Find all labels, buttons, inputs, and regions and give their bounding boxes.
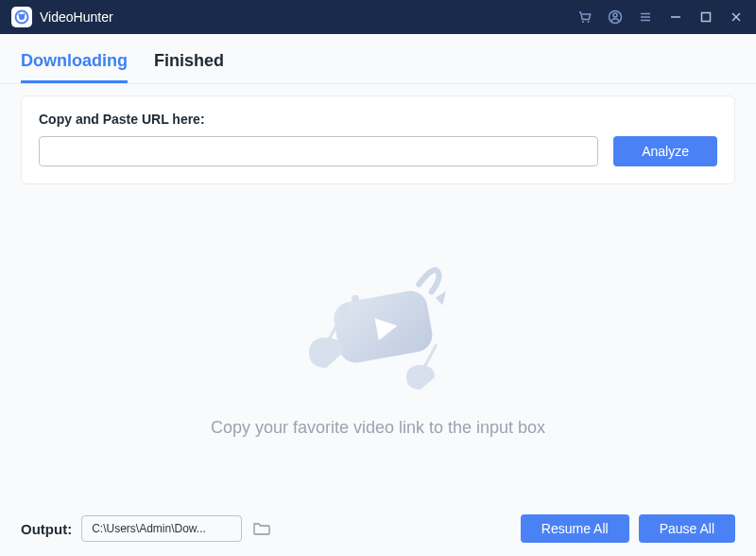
- minimize-icon[interactable]: [667, 9, 684, 26]
- titlebar-right: [576, 9, 745, 26]
- titlebar-left: VideoHunter: [11, 7, 113, 27]
- empty-state: Copy your favorite video link to the inp…: [0, 184, 756, 503]
- svg-rect-12: [702, 13, 711, 22]
- output-path[interactable]: C:\Users\Admin\Dow...: [81, 515, 242, 542]
- empty-text: Copy your favorite video link to the inp…: [211, 418, 545, 438]
- bottom-bar: Output: C:\Users\Admin\Dow... Resume All…: [0, 503, 756, 556]
- close-icon[interactable]: [728, 9, 745, 26]
- svg-point-4: [582, 21, 584, 23]
- url-label: Copy and Paste URL here:: [39, 112, 717, 127]
- empty-illustration-icon: [274, 250, 482, 401]
- tab-downloading[interactable]: Downloading: [21, 51, 128, 83]
- svg-point-17: [341, 304, 351, 313]
- titlebar: VideoHunter: [0, 0, 756, 34]
- analyze-button[interactable]: Analyze: [613, 136, 717, 166]
- output-label: Output:: [21, 521, 72, 537]
- folder-icon[interactable]: [251, 518, 272, 539]
- app-logo: [11, 7, 32, 27]
- svg-point-5: [588, 21, 590, 23]
- tabs-row: Downloading Finished: [0, 34, 756, 84]
- menu-icon[interactable]: [637, 9, 654, 26]
- svg-point-7: [613, 13, 617, 17]
- user-icon[interactable]: [607, 9, 624, 26]
- tab-finished[interactable]: Finished: [154, 51, 224, 83]
- svg-point-18: [352, 295, 359, 303]
- app-title: VideoHunter: [40, 9, 113, 25]
- svg-point-2: [18, 13, 20, 15]
- svg-point-3: [23, 13, 25, 15]
- cart-icon[interactable]: [576, 9, 593, 26]
- url-input[interactable]: [39, 136, 598, 166]
- pause-all-button[interactable]: Pause All: [639, 514, 735, 543]
- content: Downloading Finished Copy and Paste URL …: [0, 34, 756, 556]
- maximize-icon[interactable]: [697, 9, 714, 26]
- resume-all-button[interactable]: Resume All: [521, 514, 629, 543]
- url-row: Analyze: [39, 136, 717, 166]
- url-card: Copy and Paste URL here: Analyze: [21, 96, 735, 184]
